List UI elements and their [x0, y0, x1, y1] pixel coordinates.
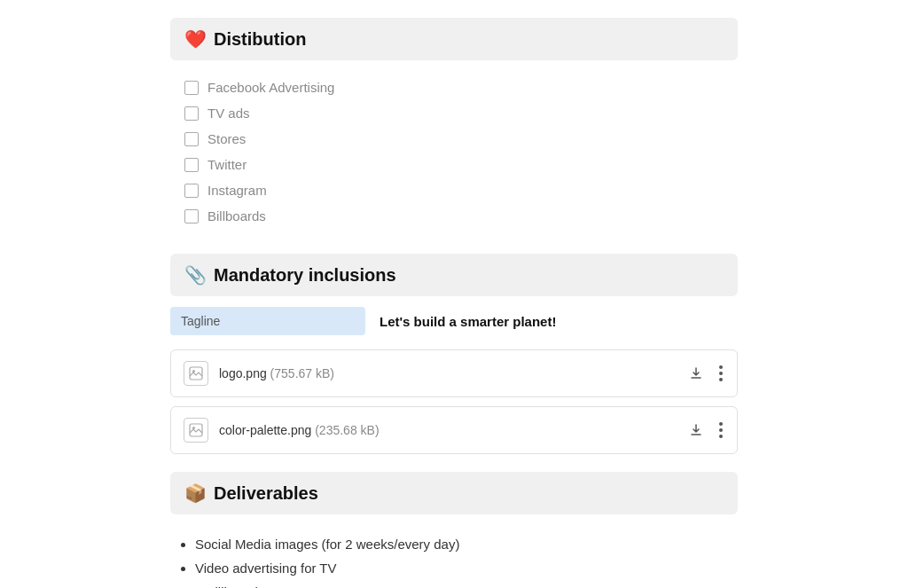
- checkbox-twitter[interactable]: Twitter: [184, 152, 724, 177]
- svg-rect-0: [190, 367, 202, 380]
- page-wrapper: ❤️ Distibution Facebook Advertising TV a…: [0, 0, 908, 588]
- download-button-palette[interactable]: [687, 421, 705, 439]
- checkbox-instagram-label[interactable]: Instagram: [207, 183, 267, 198]
- more-button-palette[interactable]: [717, 420, 724, 440]
- checkbox-facebook[interactable]: Facebook Advertising: [184, 74, 724, 100]
- file-name-palette: color-palette.png (235.68 kB): [219, 423, 687, 437]
- deliverables-section: 📦 Deliverables Social Media images (for …: [170, 472, 738, 588]
- list-item: Video advertising for TV: [195, 556, 724, 580]
- checkbox-billboards[interactable]: Billboards: [184, 203, 724, 229]
- checkbox-instagram-input[interactable]: [184, 184, 199, 198]
- download-button-logo[interactable]: [687, 365, 705, 382]
- checkbox-twitter-label[interactable]: Twitter: [207, 157, 247, 172]
- deliverables-title: Deliverables: [214, 483, 318, 504]
- tagline-value: Let's build a smarter planet!: [380, 314, 556, 329]
- tagline-row: Let's build a smarter planet!: [170, 307, 738, 335]
- mandatory-section: 📎 Mandatory inclusions Let's build a sma…: [170, 254, 738, 454]
- download-icon-palette: [689, 423, 703, 437]
- file-size-logo: (755.67 kB): [270, 366, 334, 380]
- more-icon-palette: [719, 422, 723, 438]
- checkbox-facebook-input[interactable]: [184, 81, 199, 95]
- tagline-input[interactable]: [170, 307, 365, 335]
- distribution-section: ❤️ Distibution Facebook Advertising TV a…: [170, 18, 738, 236]
- list-item: 2 Billboards: [195, 580, 724, 588]
- file-image-icon-logo: [184, 361, 208, 386]
- checkbox-tv-input[interactable]: [184, 106, 199, 121]
- content-area: ❤️ Distibution Facebook Advertising TV a…: [153, 18, 755, 588]
- checkbox-billboards-label[interactable]: Billboards: [207, 208, 266, 223]
- more-icon-logo: [719, 365, 723, 381]
- distribution-header: ❤️ Distibution: [170, 18, 738, 60]
- checkbox-instagram[interactable]: Instagram: [184, 177, 724, 203]
- deliverables-icon: 📦: [184, 482, 207, 504]
- file-item-color-palette: color-palette.png (235.68 kB): [170, 406, 738, 454]
- distribution-title: Distibution: [214, 29, 306, 50]
- file-actions-logo: [687, 364, 724, 383]
- download-icon-logo: [689, 366, 703, 380]
- deliverables-header: 📦 Deliverables: [170, 472, 738, 514]
- distribution-checkbox-list: Facebook Advertising TV ads Stores Twitt…: [170, 71, 738, 236]
- file-size-palette: (235.68 kB): [315, 423, 379, 437]
- file-actions-palette: [687, 420, 724, 440]
- checkbox-billboards-input[interactable]: [184, 209, 199, 223]
- distribution-icon: ❤️: [184, 28, 207, 50]
- checkbox-twitter-input[interactable]: [184, 158, 199, 172]
- checkbox-stores-label[interactable]: Stores: [207, 131, 246, 146]
- deliverables-list: Social Media images (for 2 weeks/every d…: [170, 525, 738, 588]
- mandatory-title: Mandatory inclusions: [214, 265, 396, 286]
- more-button-logo[interactable]: [717, 364, 724, 383]
- svg-point-1: [192, 370, 195, 372]
- checkbox-tv-label[interactable]: TV ads: [207, 106, 250, 121]
- list-item: Social Media images (for 2 weeks/every d…: [195, 532, 724, 556]
- checkbox-tv[interactable]: TV ads: [184, 100, 724, 126]
- file-name-logo: logo.png (755.67 kB): [219, 366, 687, 380]
- svg-point-3: [192, 427, 195, 429]
- checkbox-stores-input[interactable]: [184, 132, 199, 146]
- svg-rect-2: [190, 424, 202, 436]
- file-image-icon-palette: [184, 418, 208, 443]
- mandatory-header: 📎 Mandatory inclusions: [170, 254, 738, 296]
- checkbox-stores[interactable]: Stores: [184, 126, 724, 152]
- file-item-logo: logo.png (755.67 kB): [170, 349, 738, 397]
- mandatory-icon: 📎: [184, 264, 207, 286]
- checkbox-facebook-label[interactable]: Facebook Advertising: [207, 80, 334, 95]
